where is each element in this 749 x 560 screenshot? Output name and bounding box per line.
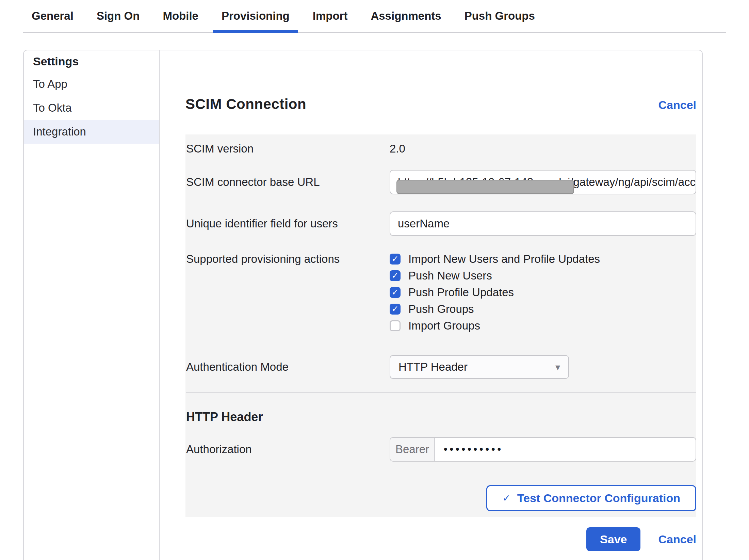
check-icon: ✓ <box>502 493 510 504</box>
bearer-prefix: Bearer <box>390 438 435 461</box>
unique-id-row: Unique identifier field for users userNa… <box>186 211 696 236</box>
settings-sidebar: Settings To App To Okta Integration <box>24 50 160 560</box>
auth-mode-selected-value: HTTP Header <box>398 361 468 373</box>
cancel-link-top[interactable]: Cancel <box>658 96 696 114</box>
cancel-link-bottom[interactable]: Cancel <box>658 533 696 546</box>
tab-general[interactable]: General <box>23 0 82 32</box>
redaction-bar <box>396 180 574 194</box>
base-url-visible-tail: /gateway/ng/api/scim/acc <box>570 176 696 189</box>
unique-id-input[interactable]: userName <box>390 211 696 236</box>
tab-push-groups[interactable]: Push Groups <box>456 0 543 32</box>
provisioning-actions-label: Supported provisioning actions <box>186 251 390 267</box>
provisioning-settings-card: Settings To App To Okta Integration SCIM… <box>23 50 703 560</box>
test-connector-configuration-button[interactable]: ✓ Test Connector Configuration <box>486 485 696 511</box>
auth-mode-label: Authentication Mode <box>186 361 390 373</box>
test-connector-label: Test Connector Configuration <box>517 492 680 505</box>
checkbox-label: Push Profile Updates <box>408 286 514 299</box>
base-url-row: SCIM connector base URL https://h5kd-135… <box>186 170 696 194</box>
checkbox-import-groups[interactable]: ✓ <box>390 320 401 331</box>
checkbox-row-push-profile-updates[interactable]: ✓ Push Profile Updates <box>390 284 696 301</box>
tab-sign-on[interactable]: Sign On <box>88 0 148 32</box>
page-title: SCIM Connection <box>185 95 306 113</box>
checkbox-push-groups[interactable]: ✓ <box>390 304 401 315</box>
checkbox-label: Import New Users and Profile Updates <box>408 253 600 266</box>
check-icon: ✓ <box>392 305 399 313</box>
check-icon: ✓ <box>392 271 399 280</box>
scim-version-value: 2.0 <box>390 142 696 155</box>
form-footer: Save Cancel <box>185 527 696 551</box>
tab-assignments[interactable]: Assignments <box>362 0 450 32</box>
provisioning-actions-row: Supported provisioning actions ✓ Import … <box>186 251 696 334</box>
save-button[interactable]: Save <box>586 527 640 551</box>
check-icon: ✓ <box>392 288 399 297</box>
tab-import[interactable]: Import <box>304 0 356 32</box>
scim-version-label: SCIM version <box>186 142 390 155</box>
checkbox-row-push-groups[interactable]: ✓ Push Groups <box>390 301 696 317</box>
sidebar-item-to-app[interactable]: To App <box>24 72 159 96</box>
checkbox-label: Push New Users <box>408 269 492 282</box>
base-url-label: SCIM connector base URL <box>186 176 390 189</box>
authorization-label: Authorization <box>186 443 390 456</box>
authorization-input-group: Bearer •••••••••• <box>390 437 696 462</box>
tab-mobile[interactable]: Mobile <box>154 0 207 32</box>
scim-version-row: SCIM version 2.0 <box>186 142 696 156</box>
section-divider <box>186 392 696 393</box>
bearer-token-input[interactable]: •••••••••• <box>435 438 503 461</box>
checkbox-row-push-new-users[interactable]: ✓ Push New Users <box>390 267 696 284</box>
check-icon: ✓ <box>392 255 399 263</box>
checkbox-label: Push Groups <box>408 303 474 316</box>
main-header: SCIM Connection Cancel <box>185 95 696 114</box>
scim-connection-form: SCIM version 2.0 SCIM connector base URL… <box>185 134 696 517</box>
checkbox-push-profile-updates[interactable]: ✓ <box>390 287 401 298</box>
checkbox-import-new-users[interactable]: ✓ <box>390 254 401 265</box>
sidebar-item-to-okta[interactable]: To Okta <box>24 96 159 120</box>
test-connector-row: ✓ Test Connector Configuration <box>186 485 696 511</box>
http-header-section-title: HTTP Header <box>186 410 696 424</box>
sidebar-title: Settings <box>24 50 159 72</box>
base-url-input[interactable]: https://h5kd-135-19-67-148.ngrok.i /gate… <box>390 170 696 194</box>
auth-mode-row: Authentication Mode HTTP Header ▾ <box>186 355 696 379</box>
main-content: SCIM Connection Cancel SCIM version 2.0 … <box>160 50 721 560</box>
unique-id-value: userName <box>398 217 450 230</box>
checkbox-label: Import Groups <box>408 319 480 332</box>
unique-id-label: Unique identifier field for users <box>186 217 390 230</box>
tab-provisioning[interactable]: Provisioning <box>213 0 298 32</box>
app-tab-bar: General Sign On Mobile Provisioning Impo… <box>23 0 726 33</box>
auth-mode-select[interactable]: HTTP Header ▾ <box>390 355 569 379</box>
sidebar-item-integration[interactable]: Integration <box>24 120 159 144</box>
checkbox-row-import-groups[interactable]: ✓ Import Groups <box>390 317 696 334</box>
base-url-redacted-segment: https://h5kd-135-19-67-148.ngrok.i <box>398 176 570 189</box>
checkbox-push-new-users[interactable]: ✓ <box>390 270 401 281</box>
authorization-row: Authorization Bearer •••••••••• <box>186 437 696 462</box>
checkbox-row-import-new-users[interactable]: ✓ Import New Users and Profile Updates <box>390 251 696 267</box>
chevron-down-icon: ▾ <box>555 362 560 373</box>
